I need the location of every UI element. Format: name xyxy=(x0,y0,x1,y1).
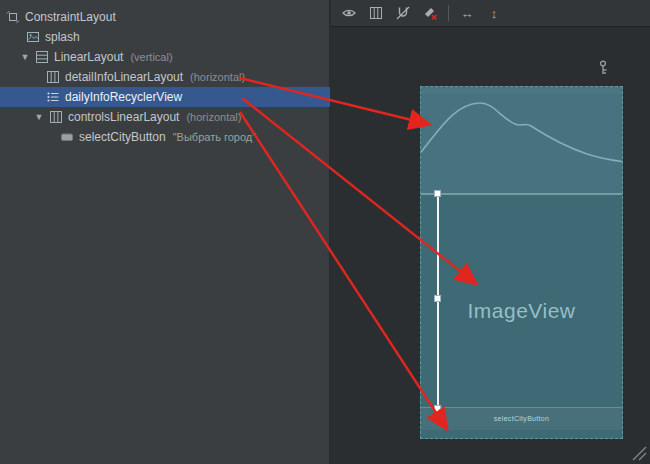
blueprint-mode-button[interactable] xyxy=(367,4,385,22)
tree-item-detailinfolinearlayout[interactable]: detailInfoLinearLayout (horizontal) xyxy=(0,67,330,87)
tree-item-constraintlayout[interactable]: ConstraintLayout xyxy=(0,7,330,27)
autoconnect-off-magnet-icon[interactable] xyxy=(394,4,412,22)
expand-horizontally-button[interactable]: ↔ xyxy=(458,4,476,22)
chevron-down-icon[interactable]: ▼ xyxy=(20,53,30,62)
imageview-region[interactable]: ImageView xyxy=(421,299,622,323)
tree-item-selectcitybutton[interactable]: selectCityButton "Выбрать город" xyxy=(0,127,330,147)
tree-item-linearlayout[interactable]: ▼ LinearLayout (vertical) xyxy=(0,47,330,67)
tree-item-label: detailInfoLinearLayout xyxy=(65,70,183,84)
design-toolbar: ↔ ↕ xyxy=(331,0,650,27)
detail-info-graph-region[interactable] xyxy=(421,94,622,193)
tree-item-meta: (horizontal) xyxy=(186,111,241,123)
tree-item-meta: (vertical) xyxy=(130,51,172,63)
tree-item-label: controlsLinearLayout xyxy=(68,110,179,124)
tree-item-splash[interactable]: splash xyxy=(0,27,330,47)
clear-constraints-button[interactable] xyxy=(421,4,439,22)
tree-item-meta: (horizontal) xyxy=(190,71,245,83)
linearlayout-vertical-icon xyxy=(35,50,49,64)
linearlayout-horizontal-icon xyxy=(49,110,63,124)
tree-item-label: ConstraintLayout xyxy=(25,10,116,24)
tree-item-dailyinforecyclerview[interactable]: dailyInfoRecyclerView xyxy=(0,87,330,107)
tree-item-label: LinearLayout xyxy=(54,50,123,64)
key-icon xyxy=(597,60,609,75)
toolbar-separator xyxy=(448,5,449,21)
linearlayout-horizontal-icon xyxy=(46,70,60,84)
resize-handle-bottom[interactable] xyxy=(434,405,441,412)
resize-handle-top[interactable] xyxy=(434,190,441,197)
constraintlayout-icon xyxy=(6,10,20,24)
tree-item-label: dailyInfoRecyclerView xyxy=(65,90,182,104)
device-preview[interactable]: ImageView selectCityButton xyxy=(420,86,623,439)
chevron-down-icon[interactable]: ▼ xyxy=(34,113,44,122)
section-divider xyxy=(421,193,622,195)
status-bar-region xyxy=(421,87,622,94)
view-options-button[interactable] xyxy=(340,4,358,22)
recyclerview-icon xyxy=(46,90,60,104)
component-tree-panel: ConstraintLayout splash ▼ LinearLayout (… xyxy=(0,0,330,464)
button-icon xyxy=(60,130,74,144)
tree-item-controlslinearlayout[interactable]: ▼ controlsLinearLayout (horizontal) xyxy=(0,107,330,127)
tree-item-label: selectCityButton xyxy=(79,130,166,144)
select-city-button-region[interactable]: selectCityButton xyxy=(421,407,622,430)
resize-grip[interactable] xyxy=(632,446,647,461)
tree-item-label: splash xyxy=(45,30,80,44)
tree-item-value: "Выбрать город" xyxy=(173,131,256,143)
imageview-icon xyxy=(26,30,40,44)
resize-handle-middle[interactable] xyxy=(434,295,441,302)
expand-vertically-button[interactable]: ↕ xyxy=(485,4,503,22)
